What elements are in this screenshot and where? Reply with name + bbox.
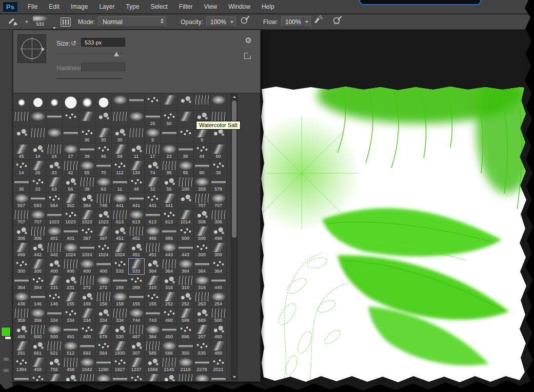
brush-preset[interactable]: 661 (30, 340, 46, 357)
brush-preset[interactable]: 499 (13, 242, 30, 258)
brush-preset[interactable]: 707 (194, 193, 210, 209)
brush-preset[interactable]: 401 (63, 225, 79, 242)
brush-preset[interactable]: 30 (95, 127, 112, 143)
gear-icon[interactable]: ⚙ (245, 36, 252, 44)
brush-preset-picker-button[interactable]: 533 (33, 15, 47, 29)
brush-preset[interactable]: 36 (79, 127, 95, 143)
brush-preset[interactable]: 63 (46, 176, 63, 193)
brush-preset[interactable]: 1023 (46, 209, 63, 225)
brush-preset[interactable] (79, 373, 95, 381)
brush-preset[interactable] (63, 94, 79, 111)
brush-preset[interactable]: 748 (95, 193, 112, 209)
brush-preset[interactable]: 155 (63, 291, 79, 307)
brush-preset[interactable]: 272 (79, 275, 95, 291)
menu-item-window[interactable]: Window (223, 1, 256, 13)
brush-preset[interactable]: 599 (177, 307, 194, 324)
brush-preset[interactable]: 593 (30, 193, 46, 209)
brush-preset[interactable]: 489 (210, 340, 227, 357)
menu-item-file[interactable]: File (22, 1, 43, 13)
brush-preset[interactable]: 441 (112, 193, 128, 209)
brush-preset[interactable]: 364 (194, 258, 210, 275)
brush-preset[interactable]: 755 (46, 357, 63, 373)
brush-preset[interactable] (177, 127, 194, 143)
brush-preset[interactable]: 36 (210, 160, 227, 176)
brush-preset[interactable]: 358 (194, 176, 210, 193)
brush-preset[interactable]: 1568 (145, 357, 161, 373)
brush-preset[interactable] (46, 373, 63, 381)
brush-preset[interactable]: 307 (128, 340, 145, 357)
brush-preset[interactable] (177, 193, 194, 209)
brush-preset[interactable]: 2145 (161, 357, 177, 373)
brush-preset[interactable]: 359 (13, 307, 30, 324)
brush-preset[interactable]: 621 (46, 340, 63, 357)
brush-preset[interactable] (46, 94, 63, 111)
brush-preset[interactable]: 263 (194, 291, 210, 307)
brush-preset[interactable]: 499 (210, 225, 227, 242)
brush-preset[interactable]: 564 (95, 340, 112, 357)
brush-preset[interactable]: 557 (13, 193, 30, 209)
canvas[interactable] (261, 86, 529, 383)
brush-preset[interactable]: 364 (210, 258, 227, 275)
brush-preset[interactable] (46, 111, 63, 127)
brush-preset[interactable]: 442 (30, 242, 46, 258)
brush-preset[interactable]: 1024 (112, 242, 128, 258)
brush-preset[interactable] (79, 94, 95, 111)
chevron-down-icon[interactable] (303, 17, 310, 27)
brush-preset[interactable]: 440 (210, 275, 227, 291)
brush-preset[interactable]: 1024 (63, 242, 79, 258)
brush-preset[interactable]: 55 (79, 160, 95, 176)
brush-preset[interactable]: 23 (161, 143, 177, 160)
brush-preset[interactable]: 11 (128, 143, 145, 160)
brush-preset[interactable]: 442 (46, 242, 63, 258)
toggle-brush-panel-button[interactable] (61, 14, 71, 30)
menu-item-layer[interactable]: Layer (93, 1, 120, 13)
menu-item-image[interactable]: Image (65, 1, 93, 13)
brush-preset[interactable]: 14 (13, 160, 30, 176)
brush-preset[interactable]: 26 (30, 160, 46, 176)
brush-preset[interactable]: 25 (145, 111, 161, 127)
brush-preset[interactable]: 635 (194, 340, 210, 357)
brush-preset[interactable] (194, 373, 210, 381)
brush-preset[interactable]: 36 (13, 176, 30, 193)
brush-preset[interactable] (112, 94, 128, 111)
brush-preset[interactable]: 207 (194, 324, 210, 340)
brush-preset[interactable]: 1394 (13, 357, 30, 373)
brush-preset[interactable]: 60 (210, 143, 227, 160)
brush-preset[interactable]: 438 (13, 291, 30, 307)
brush-preset[interactable]: 441 (128, 193, 145, 209)
brush-preset[interactable]: 744 (128, 307, 145, 324)
brush-preset[interactable]: 254 (210, 291, 227, 307)
menu-item-view[interactable]: View (198, 1, 223, 13)
brush-preset[interactable] (63, 373, 79, 381)
brush-preset[interactable]: 146 (30, 291, 46, 307)
pressure-opacity-icon[interactable] (240, 14, 250, 25)
brush-preset[interactable] (95, 94, 112, 111)
chevron-right-icon[interactable] (42, 47, 45, 51)
brush-preset[interactable] (30, 111, 46, 127)
brush-preset[interactable]: 441 (161, 193, 177, 209)
brush-preset[interactable]: 350 (177, 340, 194, 357)
brush-preset[interactable]: 451 (145, 242, 161, 258)
brush-preset[interactable]: 14 (30, 143, 46, 160)
brush-preset[interactable]: 300 (13, 258, 30, 275)
brush-preset[interactable]: 90 (194, 160, 210, 176)
brush-preset[interactable]: 288 (128, 275, 145, 291)
brush-preset[interactable] (79, 111, 95, 127)
brush-preset[interactable]: 334 (112, 307, 128, 324)
brush-preset[interactable]: 33 (46, 160, 63, 176)
brush-preset[interactable]: 1290 (95, 357, 112, 373)
brush-preset[interactable]: 490 (161, 307, 177, 324)
toolbar-icon[interactable] (4, 369, 9, 372)
brush-preset[interactable]: 30 (112, 127, 128, 143)
brush-preset[interactable]: 451 (112, 225, 128, 242)
brush-preset[interactable]: 50 (161, 111, 177, 127)
brush-preset[interactable] (95, 111, 112, 127)
slider-thumb[interactable] (114, 52, 119, 56)
brush-preset[interactable] (128, 127, 145, 143)
menu-item-edit[interactable]: Edit (43, 1, 65, 13)
brush-preset[interactable]: 451 (128, 242, 145, 258)
scroll-up-icon[interactable] (231, 94, 237, 99)
brush-preset[interactable]: 9 (145, 127, 161, 143)
brush-preset[interactable]: 1014 (177, 209, 194, 225)
brush-preset[interactable]: 500 (30, 324, 46, 340)
